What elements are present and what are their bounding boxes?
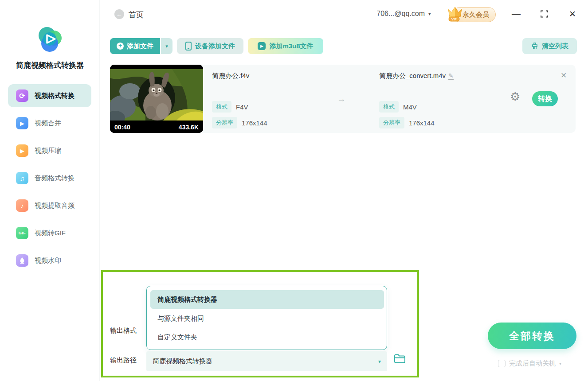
app-title: 简鹿视频格式转换器	[0, 60, 100, 70]
maximize-button[interactable]	[541, 10, 548, 19]
dropdown-option-default[interactable]: 简鹿视频格式转换器	[150, 290, 384, 309]
item-settings-gear-icon[interactable]: ⚙	[510, 91, 520, 102]
sidebar-item-audio-extract[interactable]: ♪ 视频提取音频	[8, 194, 91, 217]
convert-all-label: 全部转换	[509, 329, 555, 343]
sidebar-item-watermark[interactable]: 视频水印	[8, 249, 91, 272]
add-file-label: 添加文件	[127, 42, 153, 51]
folder-icon	[394, 354, 406, 364]
output-path-value: 简鹿视频格式转换器	[153, 357, 212, 365]
close-icon: ✕	[569, 9, 576, 19]
edit-icon[interactable]: ✎	[448, 72, 454, 80]
open-folder-button[interactable]	[394, 354, 406, 365]
chevron-down-icon[interactable]: ▾	[559, 361, 561, 366]
convert-label: 转换	[538, 94, 552, 104]
video-compress-icon: ▶	[16, 144, 28, 157]
add-m3u8-label: 添加m3u8文件	[269, 42, 313, 51]
phone-icon	[185, 42, 192, 51]
auto-shutdown-label: 完成后自动关机	[509, 359, 556, 368]
gif-icon: GIF	[16, 227, 28, 239]
account-caret-icon[interactable]: ▾	[428, 11, 431, 17]
format-tag: 格式	[379, 101, 399, 113]
audio-convert-icon: ♫	[16, 172, 28, 184]
add-file-button[interactable]: + 添加文件	[110, 38, 160, 54]
crown-icon: VIP	[445, 4, 465, 24]
audio-extract-icon: ♪	[16, 199, 28, 212]
video-duration: 00:40	[114, 124, 130, 131]
sidebar-item-video-convert[interactable]: ⟳ 视频格式转换	[8, 84, 91, 107]
sidebar: 简鹿视频格式转换器 ⟳ 视频格式转换 ▶ 视频合并 ▶ 视频压缩 ♫ 音频格式转…	[0, 0, 100, 381]
watermark-icon	[16, 254, 28, 267]
sidebar-item-label: 视频合并	[35, 119, 61, 128]
close-window-button[interactable]: ✕	[569, 9, 576, 19]
plus-icon: +	[117, 43, 124, 50]
video-convert-icon: ⟳	[16, 89, 28, 102]
sidebar-item-label: 音频格式转换	[35, 174, 74, 183]
device-add-file-button[interactable]: 设备添加文件	[177, 38, 243, 54]
source-resolution-value: 176x144	[242, 119, 267, 127]
video-file-icon: ▶	[258, 42, 266, 50]
video-preview-image	[110, 65, 203, 133]
sidebar-item-label: 视频格式转换	[35, 92, 74, 100]
video-merge-icon: ▶	[16, 117, 28, 129]
sidebar-item-label: 视频压缩	[35, 147, 61, 155]
broom-icon	[531, 42, 539, 50]
output-filename: 简鹿办公_convert.m4v✎	[379, 72, 454, 80]
output-path-select[interactable]: 简鹿视频格式转换器 ▾	[146, 351, 387, 371]
output-resolution-value: 176x144	[409, 119, 435, 127]
auto-shutdown-row: 完成后自动关机 ▾	[498, 359, 561, 368]
source-filename: 简鹿办公.f4v	[212, 72, 249, 80]
add-m3u8-button[interactable]: ▶ 添加m3u8文件	[248, 38, 323, 54]
device-add-label: 设备添加文件	[195, 42, 235, 51]
format-tag: 格式	[212, 101, 231, 113]
file-list-item: 00:40 433.6K 简鹿办公.f4v 格式 F4V 分辨率 176x144…	[110, 65, 576, 133]
chevron-down-icon: ▾	[165, 43, 168, 49]
sidebar-item-label: 视频水印	[35, 257, 61, 265]
output-format-label: 输出格式	[110, 327, 137, 335]
sidebar-item-label: 视频提取音频	[35, 202, 74, 210]
video-thumbnail[interactable]: 00:40 433.6K	[110, 65, 203, 133]
app-logo	[35, 25, 64, 54]
source-format-value: F4V	[236, 103, 248, 111]
back-icon: ←	[116, 11, 122, 18]
auto-shutdown-checkbox[interactable]	[498, 360, 506, 367]
add-file-dropdown-button[interactable]: ▾	[161, 38, 172, 54]
chevron-down-icon: ▾	[378, 358, 381, 365]
minimize-icon: —	[512, 9, 521, 19]
sidebar-item-video-to-gif[interactable]: GIF 视频转GIF	[8, 222, 91, 245]
convert-all-button[interactable]: 全部转换	[488, 323, 576, 349]
clear-list-label: 清空列表	[542, 42, 568, 51]
video-filesize: 433.6K	[179, 124, 199, 131]
maximize-icon	[541, 10, 548, 18]
back-button[interactable]: ←	[114, 9, 124, 19]
resolution-tag: 分辨率	[212, 117, 237, 128]
output-filename-text: 简鹿办公_convert.m4v	[379, 72, 446, 79]
sidebar-item-video-merge[interactable]: ▶ 视频合并	[8, 112, 91, 135]
dropdown-option-custom-folder[interactable]: 自定义文件夹	[150, 328, 384, 346]
account-email[interactable]: 706...@qq.com	[367, 10, 425, 18]
dropdown-option-same-as-source[interactable]: 与源文件夹相同	[150, 309, 384, 328]
vip-label: 永久会员	[463, 11, 489, 19]
arrow-right-icon: →	[337, 94, 346, 104]
sidebar-item-audio-convert[interactable]: ♫ 音频格式转换	[8, 167, 91, 190]
remove-item-icon[interactable]: ✕	[561, 71, 567, 80]
output-format-value: M4V	[403, 103, 417, 111]
vip-badge[interactable]: VIP 永久会员	[452, 7, 496, 22]
home-label: 首页	[129, 10, 144, 20]
sidebar-item-video-compress[interactable]: ▶ 视频压缩	[8, 139, 91, 162]
sidebar-item-label: 视频转GIF	[35, 229, 66, 237]
output-path-dropdown-panel: 简鹿视频格式转换器 与源文件夹相同 自定义文件夹	[146, 286, 387, 350]
resolution-tag: 分辨率	[379, 117, 404, 128]
svg-text:VIP: VIP	[451, 17, 457, 21]
convert-item-button[interactable]: 转换	[532, 91, 558, 106]
output-path-label: 输出路径	[110, 356, 137, 365]
minimize-button[interactable]: —	[512, 9, 521, 19]
clear-list-button[interactable]: 清空列表	[522, 38, 577, 54]
